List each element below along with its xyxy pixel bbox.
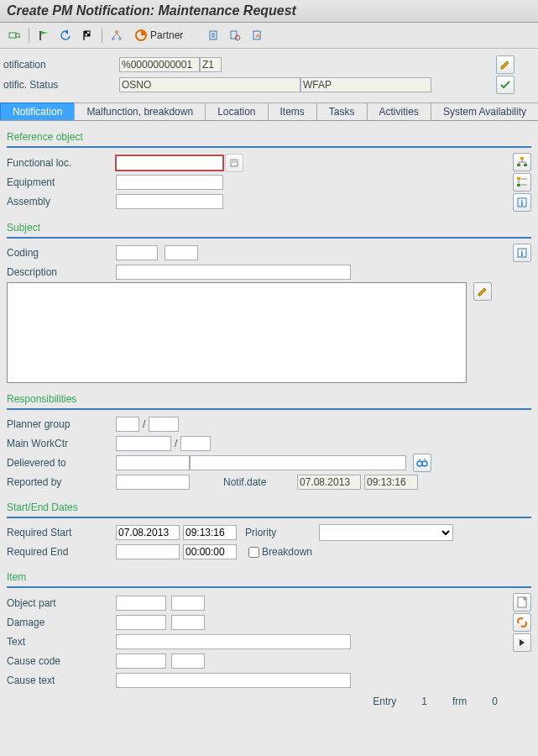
functional-loc-label: Functional loc. <box>7 157 116 169</box>
link-icon[interactable] <box>513 613 531 632</box>
status-proc-field[interactable] <box>300 77 431 92</box>
detail-view-icon[interactable] <box>5 26 24 45</box>
tab-system-availability[interactable]: System Availability <box>431 102 538 120</box>
description-input[interactable] <box>116 265 351 280</box>
planner-group-a-input[interactable] <box>116 417 139 432</box>
svg-line-2 <box>19 37 21 39</box>
toolbar: Partner <box>0 23 538 49</box>
long-text-input[interactable] <box>7 282 467 383</box>
separator <box>102 28 102 43</box>
hierarchy-icon[interactable] <box>107 26 126 45</box>
item-text-input[interactable] <box>116 634 351 649</box>
main-workctr-label: Main WorkCtr <box>7 438 116 449</box>
svg-point-8 <box>115 30 118 34</box>
info-icon[interactable]: i <box>513 244 531 262</box>
damage-a-input[interactable] <box>116 615 166 630</box>
priority-select[interactable] <box>319 524 453 541</box>
required-start-date-input[interactable] <box>116 525 180 540</box>
tab-location[interactable]: Location <box>205 102 268 120</box>
breakdown-checkbox[interactable] <box>248 547 259 558</box>
document-action-icon[interactable] <box>248 26 266 45</box>
edit-icon[interactable] <box>473 282 492 301</box>
delivered-a-input[interactable] <box>116 455 190 470</box>
notif-date-label: Notif.date <box>223 476 297 488</box>
binoculars-icon[interactable] <box>413 454 431 472</box>
status-label: otific. Status <box>3 79 87 91</box>
section-responsibilities: Responsibilities Planner group / Main Wo… <box>7 391 531 491</box>
section-title: Start/End Dates <box>7 500 531 515</box>
document-config-icon[interactable] <box>226 26 244 45</box>
flag-icon[interactable] <box>34 26 53 45</box>
workctr-a-input[interactable] <box>116 436 171 451</box>
required-start-time-input[interactable] <box>183 525 237 540</box>
svg-point-39 <box>422 461 427 466</box>
svg-rect-22 <box>520 157 524 160</box>
cause-text-input[interactable] <box>116 673 351 688</box>
tab-tasks[interactable]: Tasks <box>316 102 368 120</box>
section-title: Reference object <box>7 129 531 144</box>
svg-point-18 <box>235 35 240 40</box>
notif-date-field[interactable] <box>297 475 361 490</box>
section-reference-object: Reference object Functional loc. Equipme… <box>7 129 531 212</box>
tab-notification[interactable]: Notification <box>0 102 75 120</box>
svg-rect-17 <box>231 31 237 39</box>
assembly-label: Assembly <box>7 196 116 207</box>
undo-icon[interactable] <box>56 26 75 45</box>
reported-by-input[interactable] <box>116 475 190 490</box>
tab-activities[interactable]: Activities <box>367 102 431 120</box>
cause-code-a-input[interactable] <box>116 654 166 669</box>
section-item: Item Object part Damage Text Cause code <box>7 570 531 709</box>
partner-button[interactable]: Partner <box>129 26 189 45</box>
checkered-flag-icon[interactable] <box>78 26 97 45</box>
notification-type[interactable] <box>200 57 222 72</box>
next-icon[interactable] <box>513 633 531 652</box>
workctr-b-input[interactable] <box>180 436 211 451</box>
svg-line-11 <box>113 34 117 37</box>
text-label: Text <box>7 636 116 648</box>
priority-label: Priority <box>245 527 319 538</box>
functional-loc-input[interactable] <box>116 155 223 171</box>
cause-text-label: Cause text <box>7 675 116 686</box>
svg-text:i: i <box>521 198 524 207</box>
required-end-date-input[interactable] <box>116 544 180 559</box>
status-field[interactable] <box>119 77 300 92</box>
delivered-to-label: Delievered to <box>7 457 116 469</box>
svg-rect-23 <box>517 164 520 166</box>
svg-text:i: i <box>521 249 524 258</box>
required-start-label: Required Start <box>7 527 116 538</box>
f4-help-icon[interactable] <box>225 154 243 172</box>
assembly-input[interactable] <box>116 194 223 209</box>
planner-group-b-input[interactable] <box>149 417 179 432</box>
svg-rect-29 <box>517 177 520 180</box>
tab-malfunction[interactable]: Malfunction, breakdown <box>74 102 206 120</box>
damage-b-input[interactable] <box>171 615 205 630</box>
equipment-input[interactable] <box>116 175 223 190</box>
required-end-time-input[interactable] <box>183 544 237 559</box>
edit-icon[interactable] <box>496 55 514 74</box>
notification-number[interactable] <box>119 57 200 72</box>
tab-strip: Notification Malfunction, breakdown Loca… <box>0 102 538 121</box>
svg-rect-3 <box>39 31 41 40</box>
check-icon[interactable] <box>496 76 514 94</box>
svg-rect-30 <box>517 184 520 186</box>
svg-rect-0 <box>9 33 16 38</box>
info-icon[interactable]: i <box>513 193 531 212</box>
svg-line-12 <box>117 34 120 37</box>
svg-point-38 <box>417 461 422 466</box>
object-part-a-input[interactable] <box>116 596 166 611</box>
notif-time-field[interactable] <box>364 475 418 490</box>
delivered-b-input[interactable] <box>190 455 406 470</box>
section-title: Responsibilities <box>7 391 531 407</box>
create-icon[interactable] <box>513 593 531 612</box>
document-icon[interactable] <box>204 26 222 45</box>
structure-graphic-icon[interactable] <box>513 173 531 192</box>
partner-icon <box>135 29 147 41</box>
object-part-b-input[interactable] <box>171 596 205 611</box>
coding-b-input[interactable] <box>165 245 198 260</box>
tab-items[interactable]: Items <box>268 102 317 120</box>
notification-label: otification <box>3 59 87 71</box>
equipment-label: Equipment <box>7 176 116 188</box>
coding-a-input[interactable] <box>116 245 158 260</box>
structure-list-icon[interactable] <box>513 153 531 171</box>
cause-code-b-input[interactable] <box>171 654 205 669</box>
